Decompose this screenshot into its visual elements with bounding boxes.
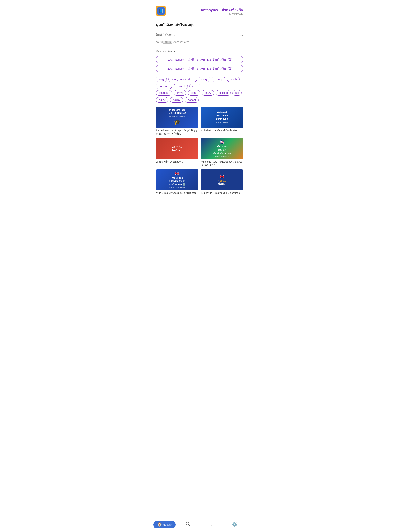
curated-label: คัดสรรมาให้คุณ... (156, 49, 243, 54)
tag-full[interactable]: full (232, 90, 242, 96)
home-icon: 🏠 (157, 522, 162, 527)
drag-bar (196, 1, 203, 2)
card-degree-abbrev[interactable]: ตัวย่อภาษาอังกฤษ ระดับวุฒิปริญญาตรี by w… (156, 107, 198, 136)
tag-co[interactable]: co... (189, 83, 200, 89)
card5-caption: กริยา 3 ช่อง a-z พร้อมคำแปล (ไฟล์ pdf) (156, 191, 198, 195)
header: 📘 Antonyms – คำตรงข้ามกัน by Wordy Guru (153, 3, 246, 18)
tag-long[interactable]: long (156, 76, 167, 82)
nav-item-favorite[interactable]: ♡ (200, 522, 223, 527)
card3-image: 20 คำค้... ที่คนไทย... (156, 138, 198, 159)
nav-item-search[interactable] (176, 521, 200, 528)
logo-box: 📘 (156, 6, 166, 16)
card1-image: ตัวย่อภาษาอังกฤษ ระดับวุฒิปริญญาตรี by w… (156, 107, 198, 128)
card-20-words[interactable]: 20 คำค้... ที่คนไทย... 20 คำศัพท์ภาษาอัง… (156, 138, 198, 167)
search-hint: กดปุ่ม ENTER เพื่อทำการค้นหา (156, 40, 243, 44)
logo-icon: 📘 (159, 9, 163, 13)
tag-death[interactable]: death (227, 76, 240, 82)
card2-image: คำทับศัพท์ ภาษาอังกฤษ ที่มักเขียนผิด WOR… (201, 107, 243, 128)
logo-container: 📘 (156, 6, 166, 16)
card2-caption: คำทับศัพท์ภาษาอังกฤษที่มักเขียนผิด (201, 129, 243, 132)
tag-sane[interactable]: sane, balanced, … (168, 76, 197, 82)
curated-links: 100 Antonyms – คำที่มีความหมายตรงข้ามกัน… (156, 56, 243, 74)
card-verb3-az-pdf[interactable]: 🇬🇧 กริยา 3 ช่อง A-Z พร้อมคำแปล แบบ ไฟล์ … (156, 169, 198, 195)
tag-honest[interactable]: honest (185, 97, 199, 103)
tag-happy[interactable]: happy (170, 97, 183, 103)
header-title-area: Antonyms – คำตรงข้ามกัน by Wordy Guru (201, 7, 243, 15)
enter-key: ENTER (162, 40, 172, 44)
bottom-nav: 🏠 หน้าหลัก ♡ ⚙️ (153, 519, 246, 532)
search-wrapper (156, 32, 243, 38)
cards-grid: ตัวย่อภาษาอังกฤษ ระดับวุฒิปริญญาตรี by w… (156, 107, 243, 195)
main-content: คุณกำลังหาคำไหนอยู่? กดปุ่ม ENTER เพื่อท… (153, 18, 246, 214)
card4-image: 🇬🇧 กริยา 3 ช่อง 100 คำ พร้อมคำอ่าน คำแปล… (201, 138, 243, 159)
app-title: Antonyms – คำตรงข้ามกัน (201, 7, 243, 13)
tag-cloudy[interactable]: cloudy (212, 76, 225, 82)
card4-caption: กริยา 3 ช่อง 100 คำ พร้อมคำอ่าน คำแปล (อ… (201, 160, 243, 167)
nav-item-settings[interactable]: ⚙️ (223, 522, 246, 527)
card6-caption: 10 คำกริยา 3 ช่อง หมวด l ไปออกข้อสอบ (201, 191, 243, 195)
card-loanwords[interactable]: คำทับศัพท์ ภาษาอังกฤษ ที่มักเขียนผิด WOR… (201, 107, 243, 136)
card5-image: 🇬🇧 กริยา 3 ช่อง A-Z พร้อมคำแปล แบบ ไฟล์ … (156, 169, 198, 190)
curated-link-200[interactable]: 200 Antonyms – คำที่มีความหมายตรงข้ามกัน… (156, 65, 243, 72)
nav-item-home[interactable]: 🏠 หน้าหลัก (153, 521, 176, 528)
tag-constant[interactable]: constant (156, 83, 172, 89)
tag-funny[interactable]: funny (156, 97, 168, 103)
search-icon-button[interactable] (239, 32, 243, 37)
search-question: คุณกำลังหาคำไหนอยู่? (156, 22, 243, 28)
tag-clean[interactable]: clean (188, 90, 200, 96)
nav-home-label: หน้าหลัก (163, 523, 172, 526)
card-verb3-100[interactable]: 🇬🇧 กริยา 3 ช่อง 100 คำ พร้อมคำอ่าน คำแปล… (201, 138, 243, 167)
tag-beautiful[interactable]: beautiful (156, 90, 172, 96)
svg-line-1 (242, 35, 243, 36)
tag-correct[interactable]: correct (174, 83, 188, 89)
tags-row-1: long sane, balanced, … envy cloudy death… (156, 76, 243, 89)
tag-envy[interactable]: envy (199, 76, 210, 82)
heart-icon: ♡ (209, 522, 213, 527)
search-nav-icon (186, 521, 190, 527)
svg-line-3 (189, 525, 190, 526)
search-input[interactable] (156, 32, 243, 38)
tags-row-2: beautiful brave clean crazy exciting ful… (156, 90, 243, 103)
logo-inner: 📘 (157, 7, 165, 15)
card1-caption: ชื่อและตัวย่อภาษาอังกฤษระดับวุฒิปริญญาตร… (156, 129, 198, 136)
card6-image: 🇬🇧 REGU... ที่นิยม... (201, 169, 243, 190)
tag-exciting[interactable]: exciting (216, 90, 231, 96)
card3-caption: 20 คำศัพท์ภาษาอังกฤษที่... (156, 160, 198, 164)
search-icon (239, 32, 243, 36)
tag-crazy[interactable]: crazy (202, 90, 214, 96)
curated-link-100[interactable]: 100 Antonyms – คำที่มีความหมายตรงข้ามกัน… (156, 56, 243, 63)
tag-brave[interactable]: brave (174, 90, 186, 96)
app-subtitle: by Wordy Guru (201, 13, 243, 15)
card-verb3-exam[interactable]: 🇬🇧 REGU... ที่นิยม... 10 คำกริยา 3 ช่อง … (201, 169, 243, 195)
settings-icon: ⚙️ (232, 522, 237, 527)
